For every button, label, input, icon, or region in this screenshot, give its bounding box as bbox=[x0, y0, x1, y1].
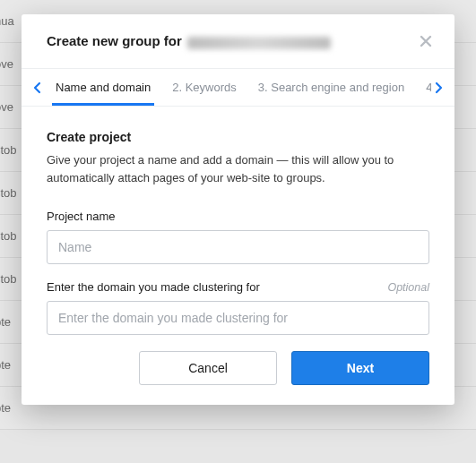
modal-body: Create project Give your project a name … bbox=[22, 107, 454, 405]
project-name-field: Project name bbox=[47, 210, 429, 264]
next-button-label: Next bbox=[347, 361, 374, 375]
cancel-button-label: Cancel bbox=[188, 361, 228, 375]
tab-label: 4. L bbox=[426, 81, 431, 94]
section-description: Give your project a name and add a domai… bbox=[47, 151, 429, 186]
tab-label: Name and domain bbox=[56, 81, 151, 94]
tab-step-4[interactable]: 4. L bbox=[415, 69, 431, 106]
modal-actions: Cancel Next bbox=[47, 351, 429, 385]
title-prefix: Create new group for bbox=[47, 33, 182, 48]
chevron-left-icon bbox=[33, 81, 42, 94]
steps-next-button[interactable] bbox=[431, 81, 446, 94]
tab-label: 3. Search engine and region bbox=[258, 81, 404, 94]
tab-keywords[interactable]: 2. Keywords bbox=[161, 69, 247, 106]
tab-search-engine-region[interactable]: 3. Search engine and region bbox=[247, 69, 415, 106]
optional-badge: Optional bbox=[387, 281, 429, 294]
domain-label: Enter the domain you made clustering for bbox=[47, 280, 260, 294]
project-name-input[interactable] bbox=[47, 230, 429, 264]
close-button[interactable] bbox=[415, 30, 437, 52]
next-button[interactable]: Next bbox=[291, 351, 429, 385]
modal-title: Create new group for bbox=[47, 33, 331, 48]
domain-field: Enter the domain you made clustering for… bbox=[47, 280, 429, 335]
create-group-modal: Create new group for Name and domain 2. … bbox=[22, 14, 454, 405]
domain-input[interactable] bbox=[47, 301, 429, 335]
steps-tabs: Name and domain 2. Keywords 3. Search en… bbox=[45, 69, 431, 106]
user-email-redacted bbox=[187, 37, 331, 49]
close-icon bbox=[419, 34, 433, 48]
chevron-right-icon bbox=[434, 81, 443, 94]
cancel-button[interactable]: Cancel bbox=[139, 351, 277, 385]
tab-name-and-domain[interactable]: Name and domain bbox=[45, 69, 161, 106]
project-name-label: Project name bbox=[47, 210, 116, 223]
section-title: Create project bbox=[47, 130, 429, 144]
steps-prev-button[interactable] bbox=[30, 81, 45, 94]
modal-header: Create new group for bbox=[22, 14, 454, 69]
tab-label: 2. Keywords bbox=[172, 81, 237, 94]
wizard-steps: Name and domain 2. Keywords 3. Search en… bbox=[22, 69, 454, 107]
